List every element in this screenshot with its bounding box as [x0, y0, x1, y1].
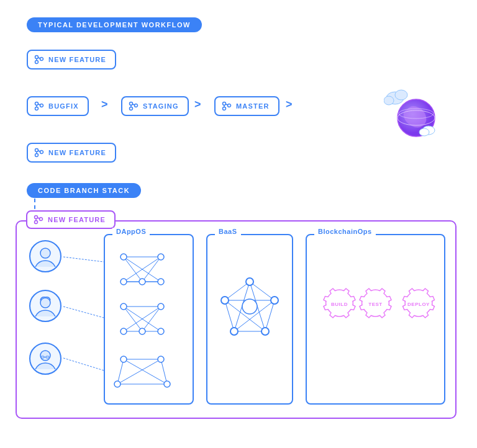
test-gear-svg: TEST — [355, 285, 396, 331]
svg-point-22 — [384, 96, 394, 105]
svg-line-37 — [37, 218, 40, 219]
svg-point-27 — [419, 128, 429, 136]
svg-line-79 — [225, 282, 250, 300]
avatar-2 — [29, 290, 61, 322]
branch-icon-bugfix — [34, 101, 44, 111]
svg-point-17 — [228, 104, 231, 107]
svg-point-40 — [40, 351, 50, 361]
avatar-3 — [29, 343, 61, 375]
test-badge-container: TEST — [355, 285, 396, 331]
workflow-title: TYPICAL DEVELOPMENT WORKFLOW — [38, 21, 191, 29]
master-pill: MASTER — [214, 96, 279, 116]
svg-point-56 — [139, 279, 145, 285]
globe — [384, 86, 440, 141]
svg-point-54 — [120, 279, 127, 285]
arrow-bugfix-staging: > — [101, 98, 108, 111]
branch-icon-master — [222, 101, 232, 111]
avatar-1 — [29, 240, 61, 272]
svg-point-55 — [158, 279, 164, 285]
svg-line-81 — [225, 300, 234, 331]
svg-line-46 — [142, 257, 161, 282]
svg-point-11 — [130, 107, 133, 110]
bugfix-pill: BUGFIX — [27, 96, 89, 116]
branch-icon-staging — [129, 101, 139, 111]
svg-point-5 — [35, 102, 39, 105]
svg-point-75 — [158, 356, 164, 362]
new-feature-label-1: NEW FEATURE — [48, 56, 106, 63]
svg-point-74 — [120, 356, 127, 362]
svg-point-35 — [40, 218, 43, 221]
svg-point-90 — [271, 297, 278, 304]
svg-line-59 — [142, 307, 161, 331]
svg-line-69 — [117, 359, 124, 384]
network-graph-1 — [111, 244, 173, 294]
svg-text:TEST: TEST — [368, 302, 382, 307]
svg-point-89 — [246, 278, 253, 285]
svg-point-12 — [135, 104, 138, 107]
svg-line-80 — [265, 300, 275, 331]
workflow-badge: TYPICAL DEVELOPMENT WORKFLOW — [27, 17, 202, 32]
svg-point-65 — [120, 328, 127, 334]
svg-point-29 — [35, 154, 39, 157]
svg-point-66 — [158, 328, 164, 334]
feature-main-box: NEW FEATURE — [16, 220, 457, 419]
svg-line-58 — [124, 307, 142, 331]
svg-line-78 — [250, 282, 275, 300]
main-container: TYPICAL DEVELOPMENT WORKFLOW NEW FEATURE — [0, 0, 477, 448]
feature-pill-inner: NEW FEATURE — [26, 210, 116, 229]
arrow-staging-master: > — [194, 98, 201, 111]
svg-point-6 — [35, 107, 39, 110]
new-feature-pill-1: NEW FEATURE — [27, 50, 116, 69]
network-graph-3 — [111, 350, 173, 393]
svg-point-34 — [35, 221, 38, 224]
baas-graph — [212, 272, 287, 347]
master-label: MASTER — [236, 102, 270, 110]
dappos-label: DAppOS — [112, 228, 150, 235]
svg-line-4 — [38, 58, 40, 59]
stack-badge: CODE BRANCH STACK — [27, 183, 141, 198]
svg-point-21 — [395, 90, 407, 100]
branch-icon-inner — [34, 215, 43, 225]
svg-point-28 — [35, 149, 39, 152]
svg-point-15 — [223, 102, 226, 105]
svg-line-9 — [38, 104, 40, 105]
deploy-gear-svg: DEPLOY — [397, 285, 440, 331]
svg-line-32 — [38, 151, 40, 152]
svg-point-64 — [158, 303, 164, 310]
baas-section: BaaS — [206, 234, 293, 405]
svg-line-97 — [63, 257, 104, 262]
network-graph-2 — [111, 294, 173, 344]
staging-label: STAGING — [143, 102, 179, 110]
deploy-badge-container: DEPLOY — [397, 285, 440, 331]
svg-point-10 — [130, 102, 133, 105]
branch-icon-1 — [34, 55, 44, 65]
svg-text:DEPLOY: DEPLOY — [407, 302, 430, 307]
new-feature-label-inner: NEW FEATURE — [48, 216, 106, 223]
svg-point-33 — [35, 216, 38, 219]
svg-point-93 — [221, 297, 229, 304]
svg-line-70 — [161, 359, 167, 384]
svg-line-72 — [117, 359, 161, 384]
bugfix-label: BUGFIX — [48, 102, 79, 110]
svg-point-88 — [242, 299, 257, 314]
svg-point-52 — [120, 254, 127, 260]
stack-title: CODE BRANCH STACK — [38, 187, 130, 194]
svg-point-39 — [40, 298, 50, 308]
svg-line-99 — [63, 358, 104, 370]
svg-text:BUILD: BUILD — [331, 302, 348, 307]
svg-line-19 — [225, 104, 228, 105]
svg-point-76 — [114, 381, 120, 387]
svg-line-98 — [63, 307, 104, 318]
svg-point-7 — [40, 104, 43, 107]
svg-point-0 — [35, 56, 39, 59]
svg-point-91 — [261, 328, 269, 335]
blockchain-section: BlockchainOps BUILD TEST — [306, 234, 445, 405]
arrow-master-globe: > — [286, 98, 293, 111]
svg-point-92 — [230, 328, 238, 335]
svg-point-63 — [120, 303, 127, 310]
branch-icon-2 — [34, 148, 44, 158]
baas-label: BaaS — [215, 228, 241, 235]
svg-point-67 — [139, 328, 145, 334]
dappos-section: DAppOS — [104, 234, 194, 405]
svg-line-45 — [124, 257, 142, 282]
